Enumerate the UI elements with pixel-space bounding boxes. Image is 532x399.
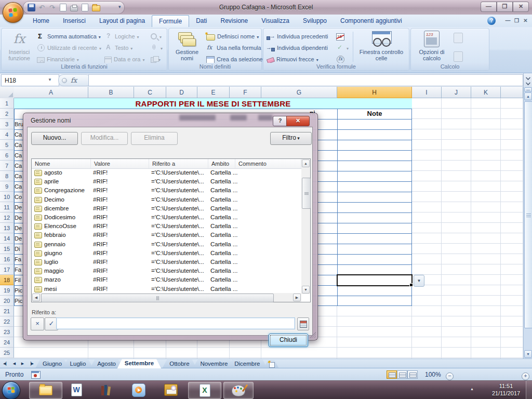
scroll-up-icon[interactable]: ▲ — [524, 92, 532, 100]
taskbar-word-button[interactable]: W — [65, 382, 87, 398]
list-hscroll-thumb[interactable] — [41, 294, 274, 302]
name-row-maggio[interactable]: maggio#RIF!='C:\Users\utente\...Cartella… — [32, 267, 301, 275]
split-handle[interactable]: — — [524, 87, 532, 92]
office-button[interactable] — [3, 2, 23, 23]
row-header-21[interactable]: 21 — [0, 306, 14, 316]
column-header-E[interactable]: E — [197, 87, 230, 98]
column-header-G[interactable]: G — [261, 87, 337, 98]
edit-name-button[interactable]: Modifica... — [81, 132, 128, 145]
delete-name-button[interactable]: Elimina — [131, 132, 178, 145]
error-checking-button[interactable] — [336, 43, 349, 53]
use-in-formula-button[interactable]: Usa nella formula — [206, 43, 265, 53]
dialog-help-icon[interactable]: ? — [273, 116, 287, 126]
ribbon-tab-revisione[interactable]: Revisione — [214, 15, 255, 27]
calculate-now-icon[interactable] — [454, 51, 463, 62]
list-scroll-down-icon[interactable]: ▼ — [302, 286, 310, 294]
row-header-8[interactable]: 8 — [0, 171, 14, 181]
name-manager-dialog[interactable]: Gestione nomi ? ✕ Nuovo... Modifica... E… — [23, 113, 318, 340]
calculate-sheet-icon[interactable] — [454, 33, 463, 43]
show-desktop-button[interactable] — [526, 381, 532, 399]
define-name-button[interactable]: Definisci nome — [206, 31, 259, 42]
tray-clock[interactable]: 11:51 21/11/2017 — [487, 382, 525, 397]
taskbar-media-player-button[interactable] — [127, 382, 151, 398]
trace-dependents-button[interactable]: Individua dipendenti — [267, 43, 328, 53]
tray-expand-icon[interactable]: ▲ — [470, 387, 474, 391]
next-sheet-icon[interactable]: ▶ — [19, 360, 26, 367]
recently-used-button[interactable]: Utilizzate di recente — [37, 43, 101, 53]
select-all-corner[interactable] — [0, 87, 15, 99]
name-box-dropdown-icon[interactable]: ▼ — [46, 75, 54, 84]
taskbar-explorer-button[interactable] — [29, 382, 62, 399]
column-header-D[interactable]: D — [166, 87, 197, 98]
vertical-scroll-thumb[interactable] — [524, 101, 532, 328]
name-row-agosto[interactable]: agosto#RIF!='C:\Users\utente\...Cartella… — [32, 168, 301, 177]
list-column-valore[interactable]: Valore — [91, 159, 149, 168]
formula-input[interactable] — [88, 74, 523, 86]
show-formulas-button[interactable] — [336, 31, 344, 42]
taskbar-paint-button[interactable] — [223, 382, 254, 399]
macro-record-icon[interactable] — [31, 371, 41, 379]
row-header-13[interactable]: 13 — [0, 223, 14, 233]
ribbon-tab-home[interactable]: Home — [26, 15, 56, 27]
row-header-22[interactable]: 22 — [0, 316, 14, 327]
row-header-14[interactable]: 14 — [0, 233, 14, 244]
list-column-riferito-a[interactable]: Riferito a — [149, 159, 208, 168]
sheet-tab-dicembre[interactable]: Dicembre — [227, 360, 267, 368]
row-header-7[interactable]: 7 — [0, 161, 14, 171]
column-header-A[interactable]: A — [14, 87, 88, 98]
row-header-10[interactable]: 10 — [0, 192, 14, 202]
data-validation-dropdown-icon[interactable]: ▼ — [414, 275, 424, 287]
name-row-aprile[interactable]: aprile#RIF!='C:\Users\utente\...Cartella… — [32, 177, 301, 186]
watch-window-button[interactable]: Finestra controllo celle — [356, 30, 407, 61]
selected-cell-h18[interactable] — [337, 274, 413, 286]
column-header-C[interactable]: C — [134, 87, 166, 98]
start-orb[interactable] — [2, 381, 20, 399]
workbook-close-button[interactable]: ✕ — [521, 16, 530, 25]
ribbon-tab-componenti-aggiuntivi[interactable]: Componenti aggiuntivi — [334, 15, 409, 27]
row-header-5[interactable]: 5 — [0, 140, 14, 150]
name-row-marzo[interactable]: marzo#RIF!='C:\Users\utente\...Cartella … — [32, 275, 301, 284]
refers-to-input[interactable] — [56, 317, 295, 329]
cancel-icon[interactable]: × — [31, 317, 44, 330]
title-cell[interactable]: RAPPORTI PER IL MESE DI SETTEMBRE — [14, 98, 412, 109]
zoom-in-icon[interactable]: + — [522, 373, 529, 380]
row-header-1[interactable]: 1 — [0, 98, 14, 109]
list-scroll-right-icon[interactable]: ▶ — [293, 294, 301, 301]
workbook-restore-button[interactable]: ❐ — [512, 16, 521, 25]
sheet-tab-ottobre[interactable]: Ottobre — [162, 360, 196, 368]
range-select-icon[interactable] — [297, 317, 309, 330]
list-scroll-left-icon[interactable]: ◀ — [32, 294, 40, 301]
list-column-ambito[interactable]: Ambito — [208, 159, 235, 168]
row-header-18[interactable]: 18 — [0, 275, 14, 285]
row-header-3[interactable]: 3 — [0, 119, 14, 129]
taskbar-media-catalog-button[interactable] — [159, 382, 183, 398]
row-header-11[interactable]: 11 — [0, 202, 14, 212]
close-button[interactable]: ✕ — [513, 2, 529, 12]
restore-button[interactable]: ❐ — [497, 2, 513, 12]
ribbon-tab-sviluppo[interactable]: Sviluppo — [296, 15, 334, 27]
row-header-16[interactable]: 16 — [0, 254, 14, 264]
column-header-J[interactable]: J — [442, 87, 471, 98]
filter-button[interactable]: Filtro — [270, 132, 312, 145]
autosum-button[interactable]: Somma automatica — [37, 31, 101, 42]
row-header-17[interactable]: 17 — [0, 264, 14, 275]
prev-sheet-icon[interactable]: ◀ — [10, 360, 18, 367]
column-header-I[interactable]: I — [412, 87, 442, 98]
name-row-gennaio[interactable]: gennaio#RIF!='C:\Users\utente\...Cartell… — [32, 240, 301, 249]
view-normal-icon[interactable] — [387, 370, 397, 379]
new-name-button[interactable]: Nuovo... — [31, 132, 78, 145]
zoom-out-icon[interactable]: − — [446, 373, 454, 380]
row-header-20[interactable]: 20 — [0, 296, 14, 306]
help-icon[interactable]: ? — [487, 17, 496, 25]
first-sheet-icon[interactable]: ◀▏ — [2, 360, 10, 367]
sheet-tab-luglio[interactable]: Luglio — [63, 360, 94, 368]
list-scroll-thumb[interactable] — [302, 178, 311, 209]
note-column-header-cell[interactable]: Note — [337, 109, 412, 119]
name-row-dodicesimo[interactable]: Dodicesimo#RIF!='C:\Users\utente\...Cart… — [32, 213, 301, 222]
dialog-close-button[interactable]: Chiudi — [269, 334, 308, 347]
last-sheet-icon[interactable]: ▕▶ — [27, 360, 35, 367]
workbook-minimize-button[interactable]: — — [503, 16, 512, 25]
row-header-15[interactable]: 15 — [0, 244, 14, 254]
ribbon-tab-inserisci[interactable]: Inserisci — [56, 15, 92, 27]
column-header-B[interactable]: B — [88, 87, 134, 98]
